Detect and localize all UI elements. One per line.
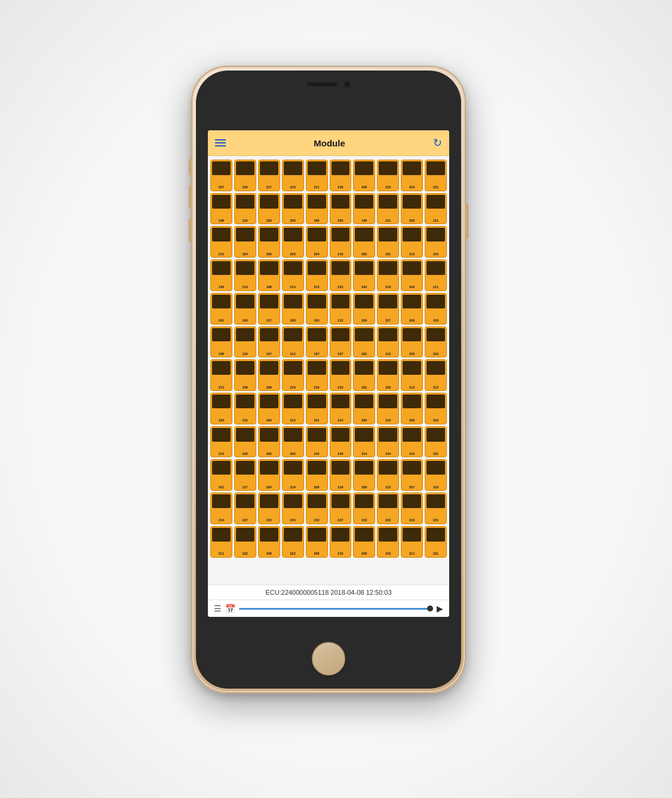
module-cell[interactable]: 225 bbox=[234, 426, 256, 458]
module-cell[interactable]: 205 bbox=[353, 393, 375, 424]
module-cell[interactable]: 215 bbox=[258, 493, 280, 524]
module-cell[interactable]: 225 bbox=[330, 359, 352, 391]
module-cell[interactable]: 204 bbox=[353, 259, 375, 291]
list-icon[interactable]: ☰ bbox=[214, 604, 222, 613]
module-cell[interactable]: 214 bbox=[210, 493, 232, 524]
module-cell[interactable]: 213 bbox=[282, 393, 304, 424]
module-cell[interactable]: 213 bbox=[306, 259, 328, 291]
module-cell[interactable]: 201 bbox=[210, 293, 232, 325]
module-cell[interactable]: 211 bbox=[401, 526, 423, 558]
module-cell[interactable]: 219 bbox=[330, 426, 352, 458]
module-cell[interactable]: 209 bbox=[258, 226, 280, 258]
module-cell[interactable]: 211 bbox=[306, 160, 328, 191]
module-cell[interactable]: 223 bbox=[330, 259, 352, 291]
module-cell[interactable]: 219 bbox=[425, 459, 447, 491]
module-cell[interactable]: 221 bbox=[425, 426, 447, 458]
module-cell[interactable]: 222 bbox=[234, 526, 256, 558]
module-cell[interactable]: 219 bbox=[425, 293, 447, 325]
module-cell[interactable]: 213 bbox=[401, 226, 423, 258]
module-cell[interactable]: 201 bbox=[306, 393, 328, 424]
module-cell[interactable]: 212 bbox=[401, 359, 423, 391]
module-cell[interactable]: 202 bbox=[353, 326, 375, 358]
module-cell[interactable]: 201 bbox=[210, 459, 232, 491]
module-cell[interactable]: 214 bbox=[353, 426, 375, 458]
module-cell[interactable]: 220 bbox=[282, 426, 304, 458]
module-cell[interactable]: 210 bbox=[306, 493, 328, 524]
module-cell[interactable]: 223 bbox=[377, 160, 399, 191]
module-cell[interactable]: 227 bbox=[234, 493, 256, 524]
module-cell[interactable]: 228 bbox=[330, 160, 352, 191]
module-cell[interactable]: 210 bbox=[306, 426, 328, 458]
module-cell[interactable]: 190 bbox=[306, 193, 328, 225]
module-cell[interactable]: 197 bbox=[306, 326, 328, 358]
module-cell[interactable]: 221 bbox=[425, 160, 447, 191]
module-cell[interactable]: 224 bbox=[234, 226, 256, 258]
module-cell[interactable]: 211 bbox=[210, 526, 232, 558]
calendar-icon[interactable]: 📅 bbox=[225, 604, 235, 613]
module-cell[interactable]: 197 bbox=[258, 326, 280, 358]
module-cell[interactable]: 214 bbox=[330, 393, 352, 424]
module-cell[interactable]: 228 bbox=[282, 293, 304, 325]
module-cell[interactable]: 185 bbox=[401, 193, 423, 225]
module-cell[interactable]: 212 bbox=[377, 459, 399, 491]
module-cell[interactable]: 202 bbox=[258, 426, 280, 458]
module-cell[interactable]: 217 bbox=[258, 293, 280, 325]
module-cell[interactable]: 210 bbox=[210, 226, 232, 258]
module-cell[interactable]: 209 bbox=[353, 293, 375, 325]
module-cell[interactable]: 205 bbox=[330, 193, 352, 225]
module-cell[interactable]: 213 bbox=[330, 293, 352, 325]
module-cell[interactable]: 202 bbox=[353, 226, 375, 258]
module-cell[interactable]: 201 bbox=[353, 359, 375, 391]
module-cell[interactable]: 213 bbox=[234, 259, 256, 291]
module-cell[interactable]: 209 bbox=[353, 459, 375, 491]
module-cell[interactable]: 204 bbox=[258, 459, 280, 491]
module-cell[interactable]: 211 bbox=[425, 193, 447, 225]
module-cell[interactable]: 198 bbox=[210, 193, 232, 225]
module-cell[interactable]: 212 bbox=[282, 326, 304, 358]
module-cell[interactable]: 190 bbox=[353, 193, 375, 225]
module-cell[interactable]: 213 bbox=[425, 359, 447, 391]
module-cell[interactable]: 193 bbox=[210, 393, 232, 424]
module-cell[interactable]: 207 bbox=[210, 160, 232, 191]
module-cell[interactable]: 215 bbox=[210, 426, 232, 458]
module-cell[interactable]: 217 bbox=[234, 459, 256, 491]
module-cell[interactable]: 183 bbox=[258, 193, 280, 225]
module-cell[interactable]: 206 bbox=[353, 526, 375, 558]
module-cell[interactable]: 211 bbox=[425, 259, 447, 291]
module-cell[interactable]: 198 bbox=[210, 326, 232, 358]
progress-track[interactable] bbox=[239, 608, 433, 610]
module-cell[interactable]: 231 bbox=[425, 493, 447, 524]
module-cell[interactable]: 207 bbox=[401, 459, 423, 491]
module-cell[interactable]: 227 bbox=[377, 293, 399, 325]
module-cell[interactable]: 222 bbox=[377, 493, 399, 524]
module-cell[interactable]: 222 bbox=[282, 526, 304, 558]
module-cell[interactable]: 221 bbox=[377, 226, 399, 258]
module-cell[interactable]: 210 bbox=[234, 326, 256, 358]
module-cell[interactable]: 209 bbox=[258, 359, 280, 391]
module-cell[interactable]: 215 bbox=[282, 160, 304, 191]
module-cell[interactable]: 204 bbox=[306, 226, 328, 258]
module-cell[interactable]: 224 bbox=[377, 426, 399, 458]
module-cell[interactable]: 215 bbox=[330, 526, 352, 558]
module-cell[interactable]: 211 bbox=[377, 193, 399, 225]
refresh-button[interactable]: ↻ bbox=[433, 136, 442, 149]
module-cell[interactable]: 206 bbox=[401, 393, 423, 424]
module-cell[interactable]: 205 bbox=[401, 326, 423, 358]
home-button[interactable] bbox=[312, 642, 345, 675]
module-cell[interactable]: 206 bbox=[401, 293, 423, 325]
module-cell[interactable]: 204 bbox=[401, 160, 423, 191]
module-cell[interactable]: 216 bbox=[330, 226, 352, 258]
module-cell[interactable]: 219 bbox=[282, 359, 304, 391]
module-cell[interactable]: 195 bbox=[210, 259, 232, 291]
module-cell[interactable]: 216 bbox=[377, 393, 399, 424]
module-cell[interactable]: 236 bbox=[234, 359, 256, 391]
module-cell[interactable]: 220 bbox=[282, 226, 304, 258]
module-cell[interactable]: 210 bbox=[353, 493, 375, 524]
module-cell[interactable]: 213 bbox=[377, 326, 399, 358]
module-cell[interactable]: 220 bbox=[377, 359, 399, 391]
module-cell[interactable]: 218 bbox=[330, 459, 352, 491]
module-cell[interactable]: 208 bbox=[258, 526, 280, 558]
module-cell[interactable]: 218 bbox=[401, 493, 423, 524]
module-cell[interactable]: 218 bbox=[377, 259, 399, 291]
module-cell[interactable]: 224 bbox=[425, 226, 447, 258]
